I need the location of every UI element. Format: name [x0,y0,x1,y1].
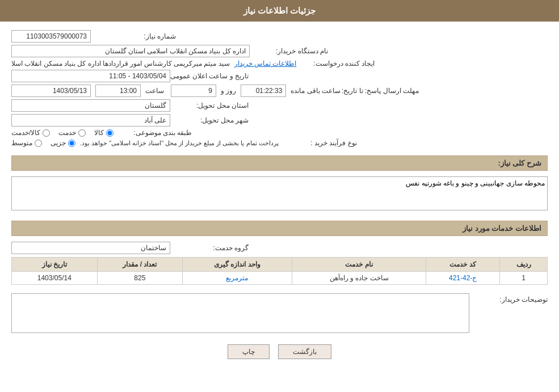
category-goods-service-label: کالا/خدمت [11,129,40,137]
buyer-notes-textarea[interactable] [11,293,469,333]
cell-need-date: 1403/05/14 [12,272,98,285]
service-group-value: ساختمان [11,242,170,254]
category-service-option[interactable]: خدمت [58,129,86,137]
time-label: ساعت [145,87,164,95]
cell-row-num: 1 [500,272,548,285]
services-table-header-row: ردیف کد خدمت نام خدمت واحد اندازه گیری ت… [12,258,548,272]
buyer-org-value: اداره کل بنیاد مسکن انقلاب اسلامی استان … [11,45,250,57]
category-radio-group: کالا/خدمت خدمت کالا [11,129,114,137]
announce-date-label: تاریخ و ساعت اعلان عمومی: [175,72,249,80]
category-service-label: خدمت [58,129,76,137]
remaining-label: ساعت باقی مانده [291,87,341,95]
delivery-province-value: گلستان [11,99,170,112]
response-deadline-label: مهلت ارسال پاسخ: تا تاریخ: [345,87,419,95]
description-label: شرح کلی نیاز: [498,159,541,167]
buyer-notes-label: توضیحات خریدار: [474,293,548,304]
cell-quantity: 825 [97,272,182,285]
services-table-head: ردیف کد خدمت نام خدمت واحد اندازه گیری ت… [12,258,548,272]
services-section-title: اطلاعات خدمات مورد نیاز [11,221,548,236]
response-date-value: 1403/05/13 [11,85,91,97]
category-service-radio[interactable] [78,129,86,137]
col-service-code: کد خدمت [426,258,500,272]
buyer-org-label: نام دستگاه خریدار: [254,47,328,55]
purchase-medium-option[interactable]: متوسط [11,139,42,147]
main-content: شماره نیاز: 1103003579000073 نام دستگاه … [0,30,559,359]
purchase-partial-option[interactable]: جزیی [51,139,75,147]
col-service-name: نام خدمت [292,258,426,272]
delivery-city-value: علی آباد [11,114,170,127]
purchase-medium-radio[interactable] [35,140,42,147]
purchase-medium-label: متوسط [11,139,32,147]
requester-row: ایجاد کننده درخواست: اطلاعات تماس خریدار… [11,60,548,68]
description-section-title: شرح کلی نیاز: [11,155,548,171]
days-label: روز و [221,87,236,95]
category-goods-label: کالا [94,129,104,137]
buyer-notes-row: توضیحات خریدار: [11,293,548,333]
category-goods-radio[interactable] [106,129,114,137]
col-row-num: ردیف [500,258,548,272]
purchase-type-row: نوع فرآیند خرید : پرداخت تمام یا بخشی از… [11,139,548,147]
category-label: طبقه بندی موضوعی: [118,129,192,137]
category-goods-service-radio[interactable] [43,129,50,137]
requester-link[interactable]: اطلاعات تماس خریدار [234,60,297,68]
back-button[interactable]: بازگشت [278,344,331,359]
services-title: اطلاعات خدمات مورد نیاز [463,224,541,233]
delivery-city-label: شهر محل تحویل: [175,116,249,124]
days-value: 9 [171,85,216,97]
buyer-org-row: نام دستگاه خریدار: اداره کل بنیاد مسکن ا… [11,45,548,57]
remaining-time-value: 01:22:33 [241,85,286,97]
header-title: جزئیات اطلاعات نیاز [243,6,316,15]
need-number-label: شماره نیاز: [102,32,176,40]
response-deadline-row: مهلت ارسال پاسخ: تا تاریخ: ساعت باقی مان… [11,85,548,97]
purchase-partial-label: جزیی [51,139,66,147]
category-goods-service-option[interactable]: کالا/خدمت [11,129,50,137]
button-group: بازگشت چاپ [11,344,548,359]
need-number-row: شماره نیاز: 1103003579000073 [11,30,548,43]
service-group-label: گروه حدمت: [175,244,249,252]
delivery-province-row: استان محل تحویل: گلستان [11,99,548,112]
response-time-value: 13:00 [95,85,141,97]
col-quantity: تعداد / مقدار [97,258,182,272]
category-goods-option[interactable]: کالا [94,129,114,137]
print-button[interactable]: چاپ [228,344,270,359]
announce-date-value: 1403/05/04 - 11:05 [11,70,170,82]
category-row: طبقه بندی موضوعی: کالا/خدمت خدمت کالا [11,129,548,137]
table-row: 1 ج-42-421 ساخت جاده و راه‌آهن مترمربع 8… [12,272,548,285]
purchase-note: پرداخت تمام یا بخشی از مبلغ خریدار از مح… [80,140,279,147]
purchase-type-label: نوع فرآیند خرید : [283,139,357,147]
purchase-partial-radio[interactable] [68,140,75,147]
cell-service-name: ساخت جاده و راه‌آهن [292,272,426,285]
cell-service-code: ج-42-421 [426,272,500,285]
requester-label: ایجاد کننده درخواست: [301,60,375,68]
page-header: جزئیات اطلاعات نیاز [0,0,559,22]
col-unit: واحد اندازه گیری [183,258,292,272]
service-group-row: گروه حدمت: ساختمان [11,242,548,254]
services-table: ردیف کد خدمت نام خدمت واحد اندازه گیری ت… [11,257,548,285]
cell-unit: مترمربع [183,272,292,285]
description-textarea[interactable] [11,176,548,210]
requester-name: سید میثم میرکریمی کارشناس امور قراردادها… [11,60,230,68]
col-need-date: تاریخ نیاز [12,258,98,272]
services-table-body: 1 ج-42-421 ساخت جاده و راه‌آهن مترمربع 8… [12,272,548,285]
delivery-province-label: استان محل تحویل: [175,102,249,109]
delivery-city-row: شهر محل تحویل: علی آباد [11,114,548,127]
purchase-type-radio-group: متوسط جزیی [11,139,75,147]
need-number-value: 1103003579000073 [11,30,91,43]
description-wrapper: document.querySelector('[data-name="desc… [11,176,548,212]
announce-date-row: تاریخ و ساعت اعلان عمومی: 1403/05/04 - 1… [11,70,548,82]
page-wrapper: جزئیات اطلاعات نیاز شماره نیاز: 11030035… [0,0,559,392]
